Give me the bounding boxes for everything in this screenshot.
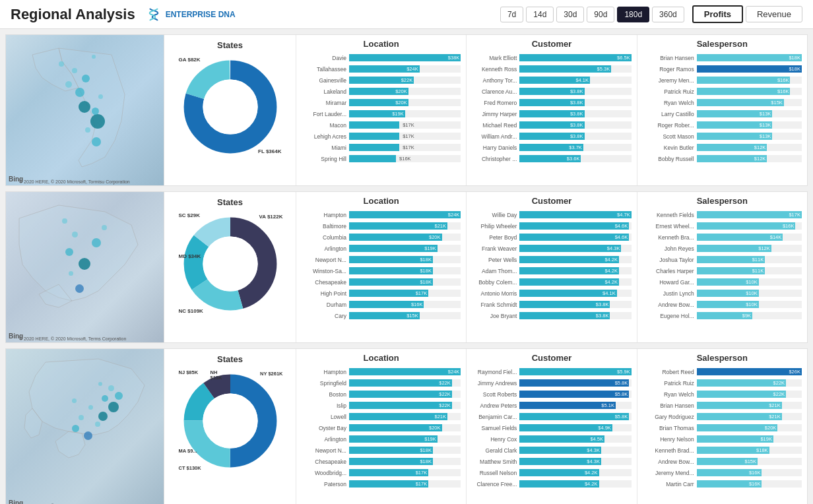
bar-label: Tallahassee [302,66,349,73]
time-14d[interactable]: 14d [526,7,554,22]
bar-fill: $19K [349,245,438,252]
states-panel-3: States NJ $85K NH $13K NY $261K MA $9...… [164,349,296,504]
bar-fill: $13K [697,121,773,129]
bar-value: $17K [789,212,802,218]
bar-fill: $21K [349,222,447,230]
bar-track: $18K [697,54,802,61]
bar-value: $22K [439,402,452,408]
state-label-md: MD $34K [179,253,201,259]
bar-label: Durham [302,301,349,308]
bar-fill: $4.3K [519,458,601,465]
logo-text: ENTERPRISE DNA [166,10,236,19]
state-label-ct: CT $130K [179,465,201,471]
bar-track: $22K [349,77,461,84]
bar-value: $38K [448,55,461,61]
bar-fill: $4.6K [519,234,629,241]
tab-profits[interactable]: Profits [692,5,743,23]
bar-fill: $5.8K [519,413,629,420]
bar-fill: $24K [349,65,420,73]
bar-value: $19K [424,245,438,251]
bar-fill: $4.9K [519,424,612,431]
time-7d[interactable]: 7d [500,7,523,22]
location-panel-1: Location Davie$38KTallahassee$24KGainesv… [296,35,467,185]
bar-value: $3.6K [567,156,581,162]
bar-track: $18K [349,458,461,465]
list-item: Gary Rodriguez$21K [643,412,802,422]
bar-track: $10K [697,290,802,297]
bar-track: $12K [697,245,802,252]
bar-value: $3.8K [596,313,610,319]
bar-fill: $4.2K [519,267,619,274]
list-item: Kenneth Fields$17K [643,210,802,220]
bar-label: Bobby Russell [643,156,697,162]
list-item: Bobby Russell$12K [643,154,802,164]
bar-fill: $17K [697,211,802,218]
bar-label: Kevin Butler [643,144,697,151]
list-item: Larry Castillo$13K [643,109,802,119]
bar-track: $15K [697,458,802,465]
list-item: Davie$38K [302,53,461,63]
bar-track: $3.8K [519,88,631,95]
list-item: Patrick Ruiz$22K [643,378,802,388]
bar-label: Roger Ramos [643,66,697,73]
customer-bars-2: Willie Day$4.7KPhilip Wheeler$4.6KPeter … [472,210,631,321]
bar-track: $4.2K [519,278,631,286]
time-90d[interactable]: 90d [587,7,614,22]
list-item: Newport N...$18K [302,255,461,265]
bar-fill: $5.8K [519,379,629,387]
bar-value: $19K [760,436,773,442]
bar-track: $4.6K [519,234,631,241]
bar-track: $22K [697,379,802,387]
time-360d[interactable]: 360d [652,7,684,22]
bar-track: $10K [697,278,802,286]
bar-fill: $16K [697,88,791,95]
list-item: Russell Nelson$4.2K [472,468,631,478]
bar-value: $18K [420,257,433,263]
bar-track: $4.3K [519,245,631,252]
map-bg-1: Bing © 2020 HERE, © 2020 Microsoft, Torm… [6,35,164,185]
bar-value: $16K [749,481,762,487]
bar-track: $5.9K [519,368,631,375]
bar-track: $38K [349,54,461,61]
list-item: Frank Weaver$4.3K [472,243,631,253]
bar-label: Ryan Welch [643,100,697,106]
list-item: Hampton$24K [302,210,461,220]
tab-revenue[interactable]: Revenue [746,6,802,22]
bar-label: Scott Mason [643,133,697,140]
bar-track: $22K [349,379,461,387]
bar-fill: $11K [697,256,765,263]
list-item: Kenneth Ross$5.3K [472,64,631,74]
bar-label: Charles Harper [643,268,697,274]
list-item: Frank Schmidt$3.8K [472,299,631,309]
bar-label: Columbia [302,234,349,241]
bar-fill: $9K [697,312,752,319]
bar-fill: $4.5K [519,435,604,443]
customer-title-2: Customer [472,196,631,206]
states-title-2: States [217,197,243,207]
bar-fill: $4.1K [519,77,590,84]
time-30d[interactable]: 30d [556,7,584,22]
bar-label: Justin Lynch [643,290,697,297]
bar-track: $16K [697,480,802,488]
bar-label: Lowell [302,414,349,420]
map-outline-3 [6,349,164,504]
bar-label: Raymond Fiel... [472,369,519,375]
list-item: Brian Hansen$21K [643,400,802,410]
list-item: Peter Wells$4.2K [472,255,631,265]
bar-value: $13K [760,111,773,117]
bar-label: Hampton [302,369,349,375]
bar-label: Clarence Au... [472,88,519,95]
time-180d[interactable]: 180d [617,7,649,22]
location-bars-3: Hampton$24KSpringfield$22KBoston$22KIsli… [302,367,461,489]
donut-svg-1 [178,54,283,160]
bar-fill: $3.8K [519,133,584,140]
bar-value: $13K [760,122,773,128]
bar-fill: $22K [349,77,414,84]
bar-fill: $21K [349,413,447,420]
bar-value: $15K [745,458,758,464]
donut-chart-3: NJ $85K NH $13K NY $261K MA $9... CT $13… [178,368,283,474]
bar-label: Ryan Welch [643,391,697,398]
region-row-1: Bing © 2020 HERE, © 2020 Microsoft, Torm… [5,34,808,186]
bar-fill: $22K [697,379,786,387]
bar-track: $22K [697,391,802,398]
